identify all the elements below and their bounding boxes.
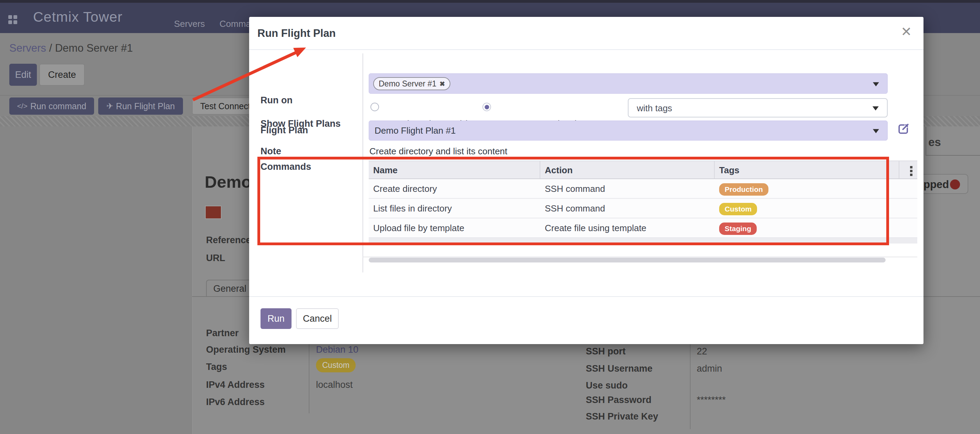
label-partner: Partner bbox=[206, 328, 239, 339]
label-ipv4: IPv4 Address bbox=[206, 380, 265, 390]
edit-button[interactable]: Edit bbox=[9, 64, 37, 86]
server-color-swatch[interactable] bbox=[205, 206, 221, 219]
label-flight-plan: Flight Plan bbox=[261, 125, 308, 136]
radio-selected-dot bbox=[485, 105, 489, 109]
value-ssh-password: ******** bbox=[697, 395, 726, 405]
tag-remove-icon[interactable]: ✖ bbox=[439, 80, 445, 88]
label-ssh-password: SSH Password bbox=[586, 395, 652, 405]
nav-item-servers[interactable]: Servers bbox=[174, 19, 205, 29]
label-ssh-username: SSH Username bbox=[586, 363, 653, 374]
label-ssh-port: SSH port bbox=[586, 346, 626, 357]
radio-non-server-restricted[interactable] bbox=[482, 103, 491, 111]
chevron-down-icon bbox=[872, 107, 879, 111]
breadcrumb-separator: / bbox=[49, 42, 52, 54]
screen: Cetmix Tower Servers Commands Files Tool… bbox=[0, 0, 980, 434]
create-button[interactable]: Create bbox=[39, 64, 85, 86]
value-ssh-port: 22 bbox=[697, 346, 707, 357]
cancel-button[interactable]: Cancel bbox=[296, 308, 339, 329]
with-tags-placeholder: with tags bbox=[637, 103, 672, 114]
chevron-down-icon bbox=[873, 129, 879, 133]
optional-columns-icon[interactable] bbox=[910, 166, 912, 176]
flight-plan-select[interactable]: Demo Flight Plan #1 bbox=[369, 121, 888, 140]
modal-title: Run Flight Plan bbox=[258, 27, 336, 40]
label-operating-system: Operating System bbox=[206, 345, 286, 355]
modal-footer-separator bbox=[249, 296, 923, 297]
with-tags-select[interactable]: with tags bbox=[628, 98, 888, 118]
run-command-label: Run command bbox=[30, 101, 86, 111]
plane-icon: ✈ bbox=[106, 101, 113, 111]
app-logo[interactable]: Cetmix Tower bbox=[33, 9, 123, 25]
right-header-box: es bbox=[926, 127, 980, 156]
radio-for-selected-servers[interactable] bbox=[371, 103, 379, 111]
label-note: Note bbox=[261, 146, 281, 157]
truncated-right-heading: es bbox=[928, 136, 941, 149]
status-dot-icon bbox=[950, 180, 960, 189]
apps-grid-icon[interactable] bbox=[8, 15, 17, 24]
label-ipv6: IPv6 Address bbox=[206, 397, 265, 407]
tag-badge-custom: Custom bbox=[316, 358, 356, 372]
left-column-separator bbox=[309, 342, 309, 413]
value-ssh-username: admin bbox=[697, 363, 722, 374]
horizontal-divider bbox=[363, 257, 917, 257]
right-column-separator bbox=[690, 344, 690, 429]
chevron-down-icon[interactable] bbox=[873, 82, 879, 86]
status-label-partial: pped bbox=[923, 178, 949, 191]
run-on-field[interactable]: Demo Server #1 ✖ bbox=[369, 73, 888, 94]
label-run-on: Run on bbox=[261, 95, 293, 106]
label-tags: Tags bbox=[206, 362, 227, 372]
label-ssh-private-key: SSH Private Key bbox=[586, 411, 658, 422]
optional-columns-cell bbox=[899, 161, 916, 178]
horizontal-scrollbar[interactable] bbox=[369, 258, 886, 262]
modal-header-separator bbox=[249, 49, 923, 50]
note-value: Create directory and list its content bbox=[369, 146, 507, 157]
run-flight-plan-label: Run Flight Plan bbox=[116, 101, 175, 111]
close-icon[interactable]: ✕ bbox=[901, 25, 912, 38]
run-command-button[interactable]: </> Run command bbox=[9, 97, 94, 115]
tab-general[interactable]: General bbox=[206, 280, 254, 297]
run-on-tag: Demo Server #1 ✖ bbox=[373, 77, 450, 90]
flight-plan-value: Demo Flight Plan #1 bbox=[375, 126, 456, 136]
label-use-sudo: Use sudo bbox=[586, 380, 628, 391]
breadcrumb-record: Demo Server #1 bbox=[55, 42, 133, 54]
value-operating-system[interactable]: Debian 10 bbox=[316, 345, 358, 355]
label-url: URL bbox=[206, 253, 225, 264]
label-reference: Reference bbox=[206, 235, 251, 246]
value-ipv4: localhost bbox=[316, 380, 353, 390]
code-icon: </> bbox=[17, 102, 27, 110]
breadcrumb-servers-link[interactable]: Servers bbox=[9, 42, 46, 54]
window-top-strip bbox=[0, 0, 980, 3]
run-on-tag-label: Demo Server #1 bbox=[379, 79, 436, 89]
breadcrumb: Servers / Demo Server #1 bbox=[9, 42, 133, 54]
run-flight-plan-button[interactable]: ✈ Run Flight Plan bbox=[98, 97, 183, 115]
run-button[interactable]: Run bbox=[261, 308, 291, 329]
annotation-rectangle bbox=[258, 157, 889, 245]
external-link-icon[interactable] bbox=[897, 122, 910, 135]
